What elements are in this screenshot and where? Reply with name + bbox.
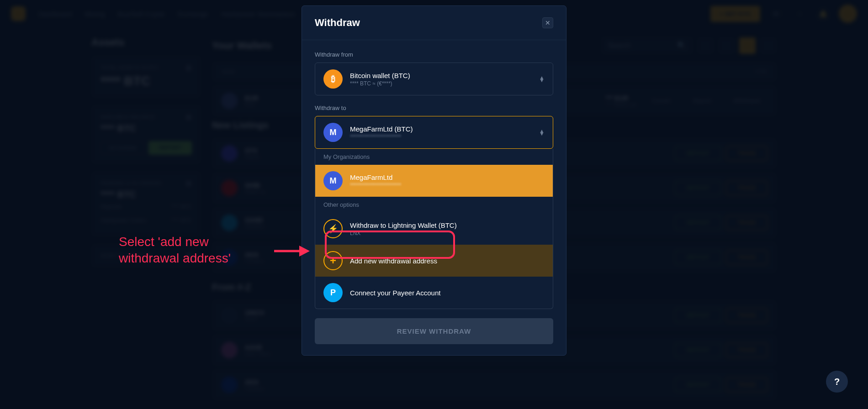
dropdown-item-payeer[interactable]: P Connect your Payeer Account [315, 277, 553, 309]
close-icon: ✕ [545, 19, 550, 26]
dropdown-item-add-address[interactable]: + Add new withdrawal address [315, 245, 553, 277]
btc-icon: ₿ [323, 69, 343, 89]
plus-icon: + [323, 251, 343, 270]
add-address-label: Add new withdrawal address [350, 257, 545, 265]
help-button[interactable]: ? [826, 371, 848, 393]
from-sub: **** BTC ≈ (€****) [350, 80, 532, 87]
svg-marker-1 [299, 246, 310, 257]
chevron-updown-icon: ▲▼ [539, 76, 545, 82]
help-icon: ? [834, 377, 840, 387]
lightning-sub: LNX [350, 230, 545, 236]
review-withdraw-button[interactable]: REVIEW WITHDRAW [315, 318, 553, 344]
withdraw-to-label: Withdraw to [315, 105, 553, 111]
annotation-arrow-icon [274, 242, 311, 260]
withdraw-to-dropdown: My Organizations M MegaFarmLtd *********… [315, 149, 553, 309]
annotation-line1: Select 'add new [119, 234, 231, 250]
to-sub: ************************ [350, 134, 532, 140]
annotation-line2: withdrawal address' [119, 250, 231, 267]
org-sub: ************************ [350, 182, 545, 189]
annotation-text: Select 'add new withdrawal address' [119, 234, 231, 267]
org-name: MegaFarmLtd [350, 173, 545, 181]
close-button[interactable]: ✕ [542, 17, 553, 28]
lightning-icon: ⚡ [323, 219, 343, 238]
payeer-label: Connect your Payeer Account [350, 289, 545, 297]
withdraw-from-select[interactable]: ₿ Bitcoin wallet (BTC) **** BTC ≈ (€****… [315, 63, 553, 95]
org-icon: M [323, 171, 343, 190]
withdraw-from-label: Withdraw from [315, 51, 553, 58]
to-name: MegaFarmLtd (BTC) [350, 125, 532, 133]
other-section-header: Other options [315, 197, 553, 213]
from-name: Bitcoin wallet (BTC) [350, 72, 532, 79]
payeer-icon: P [323, 283, 343, 302]
chevron-updown-icon: ▲▼ [539, 130, 545, 135]
modal-title: Withdraw [315, 17, 360, 29]
dropdown-item-megafarm[interactable]: M MegaFarmLtd ************************ [315, 165, 553, 197]
withdraw-to-select[interactable]: M MegaFarmLtd (BTC) ********************… [315, 116, 553, 149]
lightning-name: Withdraw to Lightning Wallet (BTC) [350, 221, 545, 229]
dropdown-item-lightning[interactable]: ⚡ Withdraw to Lightning Wallet (BTC) LNX [315, 213, 553, 245]
org-icon: M [323, 123, 343, 142]
orgs-section-header: My Organizations [315, 149, 553, 165]
withdraw-modal: Withdraw ✕ Withdraw from ₿ Bitcoin walle… [302, 5, 566, 356]
